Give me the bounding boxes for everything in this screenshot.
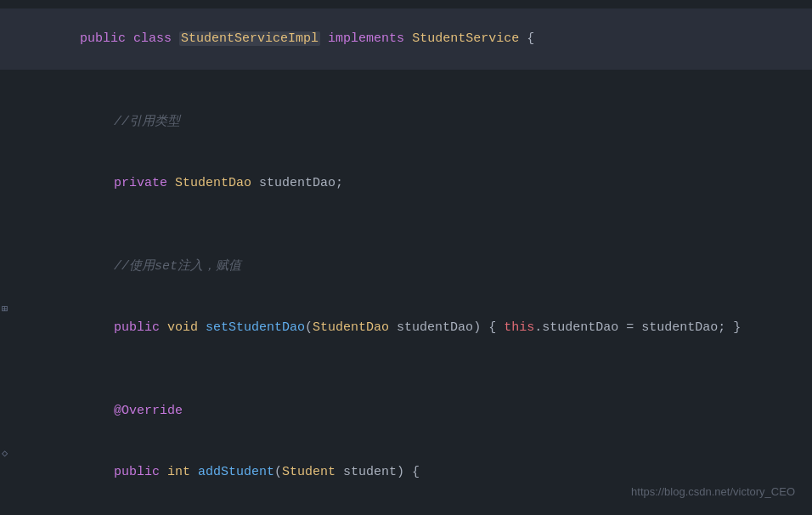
method-setstudentdao: setStudentDao — [206, 320, 305, 335]
code-line-3: //引用类型 — [0, 92, 812, 153]
line-content-1: public class StudentServiceImpl implemen… — [31, 8, 795, 70]
classname-student-10: Student — [282, 465, 336, 479]
code-line-8 — [0, 359, 812, 381]
keyword-class: class — [133, 31, 179, 46]
classname-studentdao: StudentDao — [175, 176, 251, 190]
assign-7: = — [618, 320, 641, 335]
line-content-3: //引用类型 — [31, 92, 795, 153]
param-studentdao-7: studentDao — [389, 320, 473, 335]
line-content-2 — [31, 70, 795, 90]
code-line-2 — [0, 70, 812, 92]
code-line-4: private StudentDao studentDao; — [0, 153, 812, 214]
var-studentdao-param: studentDao — [641, 320, 718, 335]
code-editor: public class StudentServiceImpl implemen… — [0, 0, 812, 515]
this-keyword: this — [504, 320, 534, 335]
line-content-11: int nums = studentDao.insertStudent(stud… — [31, 503, 795, 515]
var-studentdao: studentDao; — [251, 176, 343, 190]
classname-studentserviceimpl: StudentServiceImpl — [179, 31, 320, 46]
keyword-public-7: public — [114, 320, 167, 335]
annotation-override-1: @Override — [114, 404, 183, 418]
comment-1: //引用类型 — [114, 115, 180, 129]
line-content-7: public void setStudentDao(StudentDao stu… — [31, 297, 795, 359]
line-content-5 — [31, 214, 795, 235]
code-line-11: int nums = studentDao.insertStudent(stud… — [0, 503, 812, 515]
fold-icon-10[interactable]: ◇ — [2, 446, 8, 462]
punct-paren-7: ( — [305, 320, 313, 335]
code-line-7: ⊞ public void setStudentDao(StudentDao s… — [0, 297, 812, 359]
line-content-6: //使用set注入，赋值 — [31, 236, 795, 297]
watermark: https://blog.csdn.net/victory_CEO — [631, 484, 795, 501]
line-content-4: private StudentDao studentDao; — [31, 153, 795, 214]
code-line-5 — [0, 214, 812, 236]
code-line-6: //使用set注入，赋值 — [0, 236, 812, 297]
punct-close-10: ) { — [397, 465, 420, 479]
keyword-public-10: public — [114, 465, 167, 479]
punct — [320, 31, 328, 46]
fold-icon-7[interactable]: ⊞ — [2, 302, 8, 318]
method-addstudent: addStudent — [198, 465, 274, 479]
type-void-7: void — [167, 320, 206, 335]
code-line-1: public class StudentServiceImpl implemen… — [0, 8, 812, 70]
line-content-9: @Override — [31, 381, 795, 442]
comment-2: //使用set注入，赋值 — [114, 259, 241, 274]
keyword-implements: implements — [328, 31, 412, 46]
type-int-10: int — [167, 465, 198, 479]
punct-paren-10: ( — [274, 465, 282, 479]
punct-brace: { — [519, 31, 534, 46]
var-studentdao-this: studentDao — [542, 320, 618, 335]
code-line-9: @Override — [0, 381, 812, 442]
keyword-private: private — [114, 176, 175, 190]
line-content-8 — [31, 359, 795, 379]
punct-close-7: ) { — [473, 320, 504, 335]
classname-studentservice: StudentService — [412, 31, 519, 46]
param-student-10: student — [336, 465, 397, 479]
classname-studentdao-7: StudentDao — [313, 320, 389, 335]
dot-7: . — [534, 320, 542, 335]
semicolon-7: ; } — [718, 320, 741, 335]
keyword-public: public — [80, 31, 133, 46]
